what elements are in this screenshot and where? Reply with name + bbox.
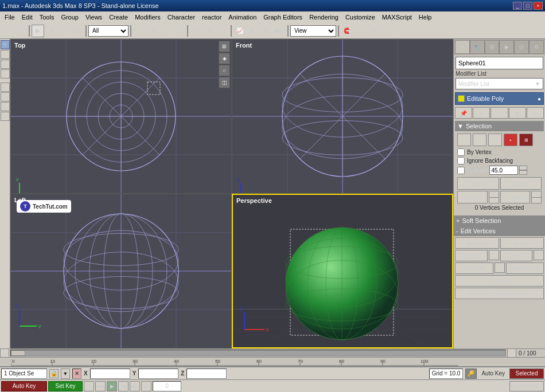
ignore-backfacing-checkbox[interactable] bbox=[457, 157, 465, 164]
vertex-icon[interactable]: · bbox=[457, 134, 471, 146]
left-tool6[interactable]: ◈ bbox=[1, 92, 10, 101]
vp-top-tool1[interactable]: ⊞ bbox=[219, 41, 230, 52]
extrude-button[interactable]: Extrude bbox=[455, 250, 488, 261]
menu-rendering[interactable]: Rendering bbox=[306, 11, 342, 23]
right-tab-modify[interactable]: 🔧 bbox=[470, 40, 485, 54]
snap-toggle[interactable]: 🧲 bbox=[341, 25, 353, 37]
rotate-button[interactable]: ↻ bbox=[58, 25, 71, 37]
graph-editor-btn[interactable]: 📈 bbox=[233, 25, 246, 37]
left-scale-btn[interactable]: ▽ bbox=[1, 69, 10, 79]
y-coord[interactable] bbox=[138, 369, 178, 379]
undo-button[interactable]: ↩ bbox=[1, 25, 14, 37]
selected-status[interactable]: Selected bbox=[509, 369, 544, 379]
viewport-front[interactable]: Front bbox=[232, 39, 453, 194]
modifier-list-dropdown[interactable]: Modifier List ▼ bbox=[456, 78, 543, 89]
next-key-btn[interactable]: ▶▶ bbox=[130, 381, 140, 391]
chamfer-settings-btn[interactable]: □ bbox=[495, 262, 505, 273]
key-filters-btn[interactable]: Key Filters... bbox=[509, 381, 544, 391]
z-coord[interactable] bbox=[186, 369, 227, 379]
target-weld-button[interactable]: Target Weld bbox=[506, 262, 544, 274]
selection-filter[interactable]: All Geometry Lights bbox=[88, 25, 129, 37]
vp-top-tool2[interactable]: ◈ bbox=[219, 53, 230, 64]
element-icon[interactable]: ⊞ bbox=[519, 134, 533, 146]
angle-up[interactable]: ▲ bbox=[519, 166, 527, 170]
grow-button[interactable]: Grow bbox=[500, 177, 542, 190]
viewport-label-select[interactable]: View bbox=[290, 25, 336, 37]
timeline-right-btn[interactable]: > bbox=[507, 348, 516, 358]
select-by-name-btn[interactable]: ☰ bbox=[173, 25, 185, 37]
delete-btn[interactable]: ✕ bbox=[72, 369, 81, 379]
window-crossing-btn[interactable]: ⊞ bbox=[146, 25, 159, 37]
left-tool5[interactable]: ◇ bbox=[1, 83, 10, 92]
chamfer-button[interactable]: Chamfer bbox=[455, 262, 493, 274]
timeline-left-btn[interactable]: < bbox=[0, 348, 9, 358]
polygon-icon[interactable]: ▪ bbox=[504, 134, 517, 146]
viewport-top[interactable]: Top bbox=[10, 39, 232, 194]
scale-button[interactable]: ⊡ bbox=[71, 25, 84, 37]
menu-character[interactable]: Character bbox=[164, 11, 198, 23]
auto-key-btn[interactable]: Auto Key bbox=[1, 381, 47, 391]
stop-btn[interactable]: ⏹ bbox=[118, 381, 129, 391]
layer-btn[interactable]: ◫ bbox=[216, 25, 229, 37]
prev-key-btn[interactable]: ◀◀ bbox=[95, 381, 106, 391]
right-tab-create[interactable]: ✦ bbox=[455, 40, 470, 54]
left-select-btn[interactable]: ☰ bbox=[1, 40, 10, 49]
soft-selection-header[interactable]: + Soft Selection bbox=[454, 215, 545, 226]
maximize-button[interactable]: □ bbox=[523, 2, 532, 10]
remove-isolated-button[interactable]: Remove Isolated Vertices bbox=[455, 288, 544, 299]
menu-animation[interactable]: Animation bbox=[225, 11, 260, 23]
connect-button[interactable]: Connect bbox=[455, 275, 544, 287]
right-tab-utilities[interactable]: ⚙ bbox=[529, 40, 544, 54]
shrink-button[interactable]: Shrink bbox=[457, 177, 499, 190]
selection-panel-header[interactable]: ▼ Selection bbox=[455, 121, 544, 131]
render-btn[interactable]: ▶▶ bbox=[273, 25, 286, 37]
menu-file[interactable]: File bbox=[1, 11, 18, 23]
by-angle-input[interactable] bbox=[489, 166, 518, 175]
modifier-editable-poly[interactable]: Editable Poly ● bbox=[455, 92, 544, 105]
redo-button[interactable]: ↪ bbox=[14, 25, 27, 37]
menu-edit[interactable]: Edit bbox=[18, 11, 36, 23]
right-tab-motion[interactable]: ▶ bbox=[499, 40, 514, 54]
timeline-thumb[interactable] bbox=[11, 350, 25, 356]
angle-down[interactable]: ▼ bbox=[519, 170, 527, 175]
select-arrow-btn[interactable]: ▼ bbox=[61, 369, 70, 379]
material-editor-btn[interactable]: ◈ bbox=[247, 25, 259, 37]
viewport-perspective[interactable]: Perspective bbox=[232, 194, 453, 348]
set-key-btn[interactable]: Set Key bbox=[48, 381, 83, 391]
menu-maxscript[interactable]: MAXScript bbox=[379, 11, 415, 23]
border-icon[interactable]: □ bbox=[488, 134, 502, 146]
menu-customize[interactable]: Customize bbox=[342, 11, 379, 23]
frame-counter[interactable]: 0 bbox=[153, 381, 181, 391]
menu-modifiers[interactable]: Modifiers bbox=[131, 11, 164, 23]
angle-snap[interactable]: ∠ bbox=[354, 25, 367, 37]
by-vertex-checkbox[interactable] bbox=[457, 148, 465, 156]
next-frame-btn[interactable]: ▶| bbox=[141, 381, 151, 391]
menu-help[interactable]: Help bbox=[415, 11, 435, 23]
play-btn[interactable]: ▶ bbox=[107, 381, 117, 391]
move-button[interactable]: ✚ bbox=[45, 25, 57, 37]
close-button[interactable]: × bbox=[534, 2, 543, 10]
mirror-btn[interactable]: ⟺ bbox=[190, 25, 203, 37]
vp-top-tool4[interactable]: ◫ bbox=[219, 77, 230, 88]
align-btn[interactable]: ⊟ bbox=[203, 25, 216, 37]
make-unique-btn[interactable]: ◇ bbox=[490, 107, 508, 119]
object-name-field[interactable] bbox=[456, 57, 543, 69]
show-end-result-btn[interactable]: ◈ bbox=[473, 107, 490, 119]
remove-modifier-btn[interactable]: 🗑 bbox=[509, 107, 526, 119]
prev-frame-btn[interactable]: |◀ bbox=[84, 381, 94, 391]
minimize-button[interactable]: _ bbox=[513, 2, 522, 10]
pin-stack-btn[interactable]: 📌 bbox=[455, 107, 472, 119]
spinner-snap[interactable]: ⋮ bbox=[380, 25, 393, 37]
weld-settings-btn[interactable]: □ bbox=[534, 250, 544, 260]
right-tab-hierarchy[interactable]: ⊞ bbox=[485, 40, 500, 54]
menu-create[interactable]: Create bbox=[106, 11, 131, 23]
loop-spinner[interactable]: ▲ ▼ bbox=[531, 191, 542, 203]
weld-button[interactable]: Weld bbox=[500, 250, 533, 261]
ring-spinner[interactable]: ▲ ▼ bbox=[489, 191, 499, 203]
ring-button[interactable]: Ring bbox=[457, 191, 488, 203]
select-region-btn[interactable]: ▭ bbox=[133, 25, 146, 37]
left-move-btn[interactable]: + bbox=[1, 50, 10, 59]
lock-button[interactable]: 🔒 bbox=[49, 369, 59, 378]
left-tool7[interactable]: ▭ bbox=[1, 102, 10, 111]
edge-icon[interactable]: ╱ bbox=[473, 134, 486, 146]
